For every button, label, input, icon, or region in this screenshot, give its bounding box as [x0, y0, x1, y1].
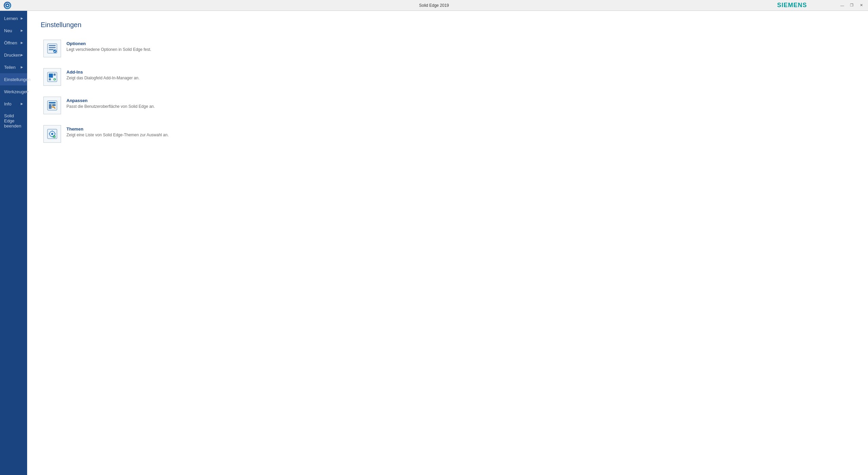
chevron-right-icon: ▶	[21, 102, 23, 105]
chevron-right-icon: ▶	[21, 53, 23, 57]
svg-rect-9	[49, 78, 51, 80]
optionen-icon	[43, 40, 61, 57]
siemens-logo: SIEMENS	[777, 2, 807, 9]
main-layout: Lernen ▶ Neu ▶ Öffnen ▶ Drucken ▶ Teilen…	[0, 11, 868, 475]
chevron-right-icon: ▶	[21, 29, 23, 32]
close-button[interactable]: ✕	[857, 2, 865, 8]
page-title: Einstellungen	[41, 21, 854, 29]
svg-rect-2	[49, 45, 56, 46]
addins-text: Add-Ins Zeigt das Dialogfeld Add-In-Mana…	[66, 68, 139, 80]
setting-anpassen[interactable]: Anpassen Passt die Benutzeroberfläche vo…	[41, 94, 854, 117]
minimize-button[interactable]: —	[838, 2, 846, 8]
setting-addins[interactable]: Add-Ins Zeigt das Dialogfeld Add-In-Mana…	[41, 65, 854, 88]
sidebar-item-drucken[interactable]: Drucken ▶	[0, 49, 27, 61]
svg-rect-12	[49, 102, 56, 103]
chevron-right-icon: ▶	[21, 41, 23, 44]
sidebar-item-label: Lernen	[4, 16, 21, 21]
addins-icon	[43, 68, 61, 86]
sidebar-item-label: Neu	[4, 28, 21, 33]
anpassen-icon	[43, 97, 61, 114]
anpassen-name: Anpassen	[66, 98, 155, 103]
optionen-desc: Legt verschiedene Optionen in Solid Edge…	[66, 47, 151, 52]
app-logo	[3, 1, 12, 10]
sidebar-item-label: Teilen	[4, 65, 21, 70]
sidebar-item-neu[interactable]: Neu ▶	[0, 24, 27, 37]
sidebar-item-label: Einstellungen	[4, 77, 31, 82]
chevron-right-icon: ▶	[21, 65, 23, 69]
sidebar-item-oeffnen[interactable]: Öffnen ▶	[0, 37, 27, 49]
sidebar-item-label: Solid Edge beenden	[4, 113, 23, 128]
themen-desc: Zeigt eine Liste von Solid Edge-Themen z…	[66, 133, 169, 137]
addins-name: Add-Ins	[66, 70, 139, 75]
optionen-name: Optionen	[66, 41, 151, 46]
svg-rect-13	[49, 104, 52, 109]
svg-rect-3	[49, 47, 56, 48]
chevron-right-icon: ▶	[26, 90, 29, 93]
themen-icon	[43, 125, 61, 143]
themen-text: Themen Zeigt eine Liste von Solid Edge-T…	[66, 125, 169, 137]
svg-rect-8	[54, 74, 56, 76]
sidebar-item-label: Info	[4, 101, 21, 106]
addins-desc: Zeigt das Dialogfeld Add-In-Manager an.	[66, 76, 139, 80]
sidebar-item-werkzeuge[interactable]: Werkzeuge ▶	[0, 85, 27, 98]
sidebar-item-info[interactable]: Info ▶	[0, 98, 27, 110]
svg-rect-4	[49, 49, 54, 50]
content-area: Einstellungen Optionen Legt verschiedene…	[27, 11, 868, 475]
sidebar-item-label: Öffnen	[4, 40, 21, 45]
restore-button[interactable]: ❐	[848, 2, 856, 8]
themen-name: Themen	[66, 126, 169, 132]
anpassen-desc: Passt die Benutzeroberfläche von Solid E…	[66, 104, 155, 109]
sidebar-item-label: Drucken	[4, 53, 21, 58]
chevron-right-icon: ▶	[21, 17, 23, 20]
sidebar: Lernen ▶ Neu ▶ Öffnen ▶ Drucken ▶ Teilen…	[0, 11, 27, 475]
svg-rect-7	[49, 74, 53, 78]
setting-themen[interactable]: Themen Zeigt eine Liste von Solid Edge-T…	[41, 122, 854, 145]
sidebar-item-einstellungen[interactable]: Einstellungen	[0, 73, 27, 85]
window-title: Solid Edge 2019	[419, 3, 449, 8]
window-controls: — ❐ ✕	[838, 2, 865, 8]
sidebar-item-beenden[interactable]: Solid Edge beenden	[0, 110, 27, 132]
anpassen-text: Anpassen Passt die Benutzeroberfläche vo…	[66, 97, 155, 109]
setting-optionen[interactable]: Optionen Legt verschiedene Optionen in S…	[41, 37, 854, 60]
sidebar-item-teilen[interactable]: Teilen ▶	[0, 61, 27, 73]
titlebar: Solid Edge 2019 SIEMENS — ❐ ✕	[0, 0, 868, 11]
sidebar-item-label: Werkzeuge	[4, 89, 26, 94]
logo-circle	[4, 2, 11, 9]
optionen-text: Optionen Legt verschiedene Optionen in S…	[66, 40, 151, 52]
svg-point-18	[51, 133, 53, 135]
sidebar-item-lernen[interactable]: Lernen ▶	[0, 12, 27, 24]
